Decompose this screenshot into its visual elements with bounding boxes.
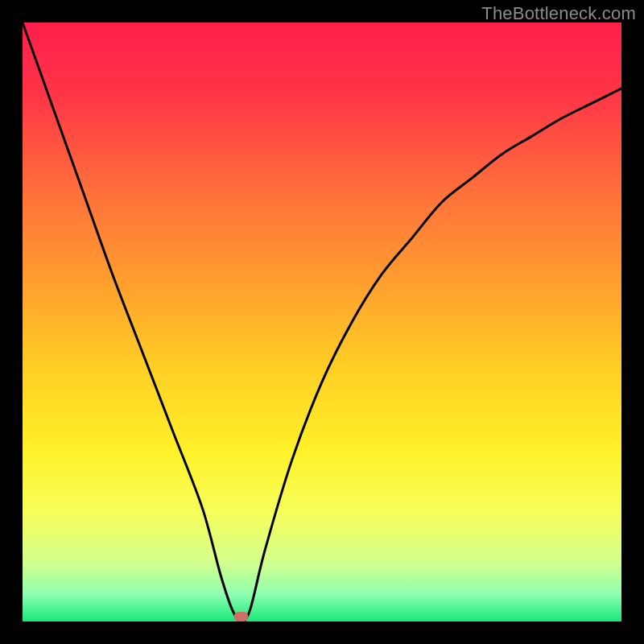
bottleneck-chart: [23, 23, 621, 621]
chart-plot-area: [23, 23, 621, 621]
minimum-marker: [234, 612, 249, 621]
watermark-text: TheBottleneck.com: [481, 3, 636, 24]
gradient-background: [23, 23, 621, 621]
